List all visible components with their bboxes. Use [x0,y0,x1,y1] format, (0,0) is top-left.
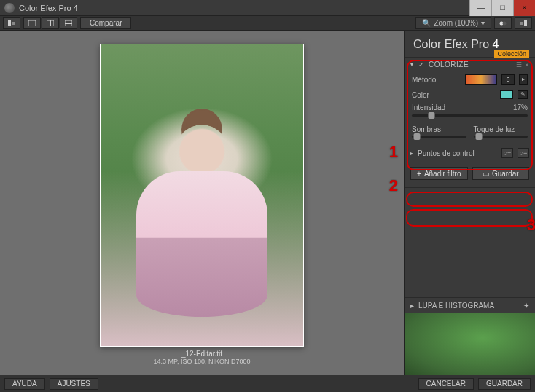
shadows-label: Sombras [412,125,466,133]
filter-name: COLORIZE [429,60,512,68]
svg-rect-4 [51,20,55,26]
triangle-right-icon: ▸ [410,302,414,310]
highlights-label: Toque de luz [474,125,528,133]
view-single-icon[interactable] [23,17,41,29]
view-split-vertical-icon[interactable] [42,17,59,29]
preview-image[interactable] [100,44,304,347]
zoom-dropdown[interactable]: 🔍 Zoom (100%) ▾ [415,17,491,29]
filter-header[interactable]: ▾ ✓ COLORIZE ☰ × [405,58,535,71]
plus-icon: + [507,149,511,157]
brand-text-b: 4 [493,38,499,50]
control-points-row[interactable]: ▸ Puntos de control ○ + ○ − [405,144,535,162]
svg-rect-6 [65,23,72,26]
add-control-point-button[interactable]: ○ + [501,148,513,158]
method-next-icon[interactable]: ▸ [519,74,528,85]
control-points-label: Puntos de control [418,149,497,157]
svg-rect-2 [28,20,36,26]
filter-close-icon[interactable]: × [525,61,529,68]
cancel-button[interactable]: CANCELAR [418,378,474,390]
image-meta-label: 14.3 MP, ISO 100, NIKON D7000 [154,358,251,365]
shadows-slider[interactable] [412,136,466,138]
view-split-horizontal-icon[interactable] [60,17,77,29]
method-value[interactable]: 6 [501,74,515,85]
loupe-histogram-header[interactable]: ▸ LUPA E HISTOGRAMA ✦ [405,297,535,313]
svg-rect-9 [524,20,527,26]
add-filter-label: Añadir filtro [424,170,461,178]
intensity-thumb[interactable] [429,112,435,119]
color-swatch[interactable] [500,90,513,99]
search-icon: 🔍 [422,19,431,27]
pin-icon[interactable]: ✦ [523,302,529,310]
intensity-slider[interactable] [412,114,528,117]
triangle-down-icon: ▾ [410,61,414,68]
method-swatch[interactable] [465,74,497,85]
intensity-label: Intensidad [412,103,445,111]
method-label: Método [412,76,461,84]
canvas-area[interactable]: _12-Editar.tif 14.3 MP, ISO 100, NIKON D… [0,31,404,375]
chevron-down-icon: ▾ [481,19,485,27]
save-icon: ▭ [483,170,489,178]
minimize-button[interactable]: — [469,0,491,16]
annotation-box-3 [406,209,533,227]
collapse-panel-icon[interactable] [3,17,20,29]
collection-badge[interactable]: Colección [494,50,529,58]
add-filter-button[interactable]: + Añadir filtro [410,167,468,180]
filter-menu-icon[interactable]: ☰ [516,61,523,68]
app-icon [4,3,15,13]
svg-rect-1 [12,22,15,25]
highlights-slider[interactable] [474,136,528,138]
settings-button[interactable]: AJUSTES [50,378,98,390]
loupe-preview[interactable] [405,313,535,375]
compare-button[interactable]: Comparar [80,17,131,29]
save-button[interactable]: GUARDAR [478,378,531,390]
svg-rect-5 [65,20,72,23]
brand-text-a: Color Efex Pro [413,38,489,50]
plus-icon: + [417,170,421,178]
annotation-box-2 [406,192,533,207]
triangle-right-icon: ▸ [410,150,413,157]
highlights-thumb[interactable] [475,133,482,140]
help-button[interactable]: AYUDA [4,378,45,390]
close-button[interactable]: × [513,0,535,16]
svg-rect-10 [520,22,523,25]
loupe-label: LUPA E HISTOGRAMA [418,302,519,310]
shadows-thumb[interactable] [414,133,421,140]
preview-toggle-icon[interactable] [494,17,512,29]
check-icon: ✓ [418,60,425,68]
maximize-button[interactable]: □ [491,0,513,16]
svg-point-8 [503,21,507,25]
save-preset-label: Guardar [492,170,519,178]
save-preset-button[interactable]: ▭ Guardar [472,167,530,180]
intensity-value: 17% [513,103,528,111]
expand-panel-icon[interactable] [515,17,532,29]
svg-rect-0 [8,20,11,26]
color-label: Color [412,91,496,99]
remove-control-point-button[interactable]: ○ − [518,148,529,158]
svg-rect-3 [47,20,50,26]
filename-label: _12-Editar.tif [181,350,222,358]
window-title: Color Efex Pro 4 [19,4,469,12]
color-picker-icon[interactable]: ✎ [518,90,528,99]
minus-icon: − [523,149,527,157]
zoom-label: Zoom (100%) [434,19,478,27]
